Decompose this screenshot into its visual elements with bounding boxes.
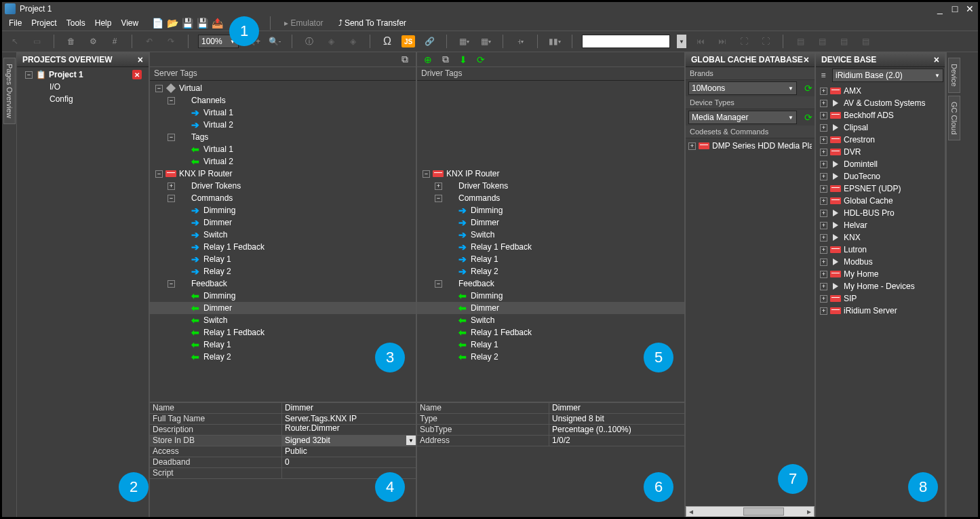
search-input[interactable] bbox=[582, 35, 670, 48]
tree-item[interactable]: + My Home - Devices bbox=[816, 280, 945, 292]
tree-item[interactable]: + Global Cache bbox=[816, 195, 945, 207]
close-button[interactable]: ✕ bbox=[964, 4, 975, 14]
tab-device[interactable]: Device bbox=[948, 58, 960, 93]
align2-icon[interactable]: ▦▾ bbox=[478, 34, 493, 49]
property-value[interactable]: Unsigned 8 bit bbox=[549, 414, 684, 424]
align4-icon[interactable]: ▮▮▾ bbox=[547, 34, 562, 49]
omega-icon[interactable]: Ω bbox=[380, 34, 395, 49]
property-value[interactable]: Public bbox=[282, 446, 416, 457]
property-value[interactable]: 0 bbox=[282, 457, 416, 467]
tree-item[interactable]: ➔ Relay 1 bbox=[417, 253, 684, 265]
tree-item[interactable]: + HDL-BUS Pro bbox=[816, 207, 945, 219]
expand-icon[interactable]: + bbox=[820, 222, 827, 229]
tree-item[interactable]: ➔ Switch bbox=[417, 229, 684, 241]
tree-item[interactable]: + Clipsal bbox=[816, 121, 945, 134]
tree-item[interactable]: ➔ Dimmer bbox=[417, 216, 684, 229]
property-row[interactable]: Full Tag Name Server.Tags.KNX IP Router.… bbox=[150, 414, 416, 425]
property-row[interactable]: Store In DB Signed 32bit▼ bbox=[150, 436, 416, 446]
gc-devtypes-select[interactable]: Media Manager▼ bbox=[688, 111, 797, 124]
undo-icon[interactable]: ↶ bbox=[142, 34, 157, 49]
property-value[interactable]: Server.Tags.KNX IP Router.Dimmer bbox=[282, 414, 416, 424]
expand-icon[interactable]: + bbox=[820, 88, 827, 95]
tree-item[interactable]: ⬅ Relay 1 Fedback bbox=[417, 326, 684, 339]
project-child-io[interactable]: I/O bbox=[17, 81, 149, 93]
menu-help[interactable]: Help bbox=[91, 17, 116, 29]
new-icon[interactable]: 📄 bbox=[151, 16, 164, 30]
copy-icon[interactable]: ⧉ bbox=[398, 53, 412, 66]
expand-icon[interactable]: + bbox=[820, 210, 827, 217]
tree-item[interactable]: ➔ Virtual 2 bbox=[150, 119, 416, 131]
tree-item[interactable]: − Virtual bbox=[150, 82, 416, 94]
expand-icon[interactable]: − bbox=[25, 71, 33, 79]
expand-icon[interactable]: + bbox=[820, 124, 827, 132]
expand-icon[interactable]: + bbox=[820, 112, 827, 119]
tab-gc-cloud[interactable]: GC Cloud bbox=[948, 96, 960, 140]
project-remove-icon[interactable]: ✕ bbox=[132, 70, 142, 79]
device-close-icon[interactable]: × bbox=[934, 54, 939, 65]
expand-icon[interactable]: + bbox=[820, 246, 827, 254]
expand-icon[interactable]: − bbox=[168, 134, 175, 141]
project-child-config[interactable]: Config bbox=[17, 93, 149, 105]
tab-pages-overview[interactable]: Pages Overview bbox=[3, 58, 16, 124]
expand-icon[interactable]: + bbox=[820, 197, 827, 205]
nav-first-icon[interactable]: ⏮ bbox=[693, 34, 708, 49]
copy-icon[interactable]: ⧉ bbox=[439, 53, 452, 66]
property-row[interactable]: Access Public bbox=[150, 446, 416, 457]
nav-last-icon[interactable]: ⏭ bbox=[715, 34, 730, 49]
redo-icon[interactable]: ↷ bbox=[163, 34, 178, 49]
shape2-icon[interactable]: ◈ bbox=[345, 34, 360, 49]
tree-item[interactable]: + Helvar bbox=[816, 219, 945, 231]
expand-icon[interactable]: + bbox=[820, 295, 827, 303]
device-menu-icon[interactable]: ≡ bbox=[817, 71, 829, 80]
search-dropdown[interactable]: ▼ bbox=[677, 35, 686, 48]
tree-item[interactable]: ⬅ Relay 1 bbox=[417, 339, 684, 351]
expand-icon[interactable]: + bbox=[820, 258, 827, 266]
property-row[interactable]: Name Dimmer bbox=[417, 403, 684, 414]
expand-icon[interactable]: + bbox=[820, 173, 827, 180]
menu-tools[interactable]: Tools bbox=[62, 17, 90, 29]
add-icon[interactable]: ⊕ bbox=[421, 53, 435, 66]
save-icon[interactable]: 💾 bbox=[180, 16, 194, 30]
emulator-button[interactable]: ▸ Emulator bbox=[280, 17, 327, 29]
expand-icon[interactable]: + bbox=[820, 100, 827, 107]
tree-item[interactable]: ⬅ Dimmer bbox=[150, 302, 416, 314]
tree-item[interactable]: ➔ Relay 1 Fedback bbox=[417, 241, 684, 253]
refresh-icon[interactable]: ⟳ bbox=[802, 111, 815, 123]
dropdown-icon[interactable]: ▼ bbox=[406, 436, 416, 445]
expand-icon[interactable]: − bbox=[168, 280, 175, 288]
tree-item[interactable]: ➔ Switch bbox=[150, 229, 416, 241]
tree-item[interactable]: ➔ Dimming bbox=[417, 204, 684, 216]
tree-item[interactable]: + DVR bbox=[816, 146, 945, 158]
layout2-icon[interactable]: ▤ bbox=[815, 34, 829, 49]
tree-item[interactable]: + KNX bbox=[816, 231, 945, 244]
saveall-icon[interactable]: 💾 bbox=[195, 16, 209, 30]
scroll-left-icon[interactable]: ◂ bbox=[686, 507, 696, 516]
tree-item[interactable]: ⬅ Dimming bbox=[150, 290, 416, 302]
open-icon[interactable]: 📂 bbox=[165, 16, 179, 30]
expand1-icon[interactable]: ⛶ bbox=[737, 34, 751, 49]
expand-icon[interactable]: + bbox=[820, 307, 827, 315]
gc-scrollbar[interactable]: ◂ ▸ bbox=[686, 506, 815, 517]
scroll-thumb[interactable] bbox=[743, 507, 784, 516]
property-row[interactable]: SubType Percentage (0..100%) bbox=[417, 425, 684, 436]
tree-item[interactable]: + Driver Tokens bbox=[417, 180, 684, 192]
tree-item[interactable]: − Commands bbox=[417, 192, 684, 204]
property-row[interactable]: Address 1/0/2 bbox=[417, 436, 684, 446]
select-icon[interactable]: ▭ bbox=[29, 34, 44, 49]
tree-item[interactable]: + Lutron bbox=[816, 244, 945, 256]
expand-icon[interactable]: + bbox=[688, 142, 696, 150]
codeset-item[interactable]: + DMP Series HDD Media Player bbox=[686, 140, 815, 152]
expand2-icon[interactable]: ⛶ bbox=[758, 34, 773, 49]
tree-item[interactable]: + DuoTecno bbox=[816, 170, 945, 182]
maximize-button[interactable]: □ bbox=[949, 4, 960, 14]
tree-item[interactable]: ⬅ Virtual 2 bbox=[150, 155, 416, 168]
projects-close-icon[interactable]: × bbox=[138, 54, 143, 65]
gc-brands-select[interactable]: 10Moons▼ bbox=[688, 81, 797, 95]
send-transfer-button[interactable]: ⤴ Send To Transfer bbox=[334, 17, 411, 29]
expand-icon[interactable]: + bbox=[435, 182, 442, 190]
property-value[interactable]: 1/0/2 bbox=[549, 436, 684, 446]
align3-icon[interactable]: ⫞▾ bbox=[513, 34, 528, 49]
tree-item[interactable]: ➔ Relay 2 bbox=[417, 265, 684, 277]
expand-icon[interactable]: − bbox=[423, 170, 430, 178]
refresh-icon[interactable]: ⟳ bbox=[474, 53, 488, 66]
